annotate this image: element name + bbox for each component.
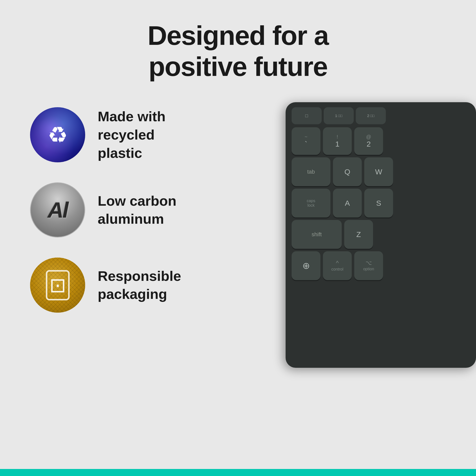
- features-panel: ♻ Made with recycled plastic Al Low carb…: [15, 97, 190, 313]
- key-2-top: @: [366, 134, 371, 139]
- feature-recycled-plastic: ♻ Made with recycled plastic: [30, 107, 190, 162]
- key-z: Z: [344, 220, 373, 249]
- packaging-label-line1: Responsible: [98, 268, 181, 284]
- low-carbon-label-line2: aluminum: [98, 211, 164, 227]
- page-container: Designed for a positive future ♻ Made wi…: [0, 0, 476, 476]
- caps-row: capslock A S: [292, 189, 470, 217]
- recycled-plastic-icon: ♻: [30, 107, 85, 162]
- key-w: W: [364, 157, 393, 186]
- title-section: Designed for a positive future: [148, 0, 328, 97]
- fn-key-row: □ 1 □□ 2 □□: [291, 107, 471, 124]
- fn-key-1: 1 □□: [324, 107, 354, 124]
- number-row: ~ ` ! 1 @ 2: [292, 127, 470, 155]
- recycled-plastic-text: Made with recycled plastic: [98, 107, 190, 162]
- key-q-label: Q: [344, 168, 350, 176]
- packaging-label-line2: packaging: [98, 286, 167, 302]
- recycled-label-line1: Made with: [98, 108, 166, 124]
- key-backtick-main: `: [305, 140, 307, 148]
- aluminum-icon: Al: [30, 182, 85, 237]
- key-control-label: control: [331, 267, 343, 272]
- packaging-label: Responsible packaging: [98, 267, 190, 304]
- key-caps-label: capslock: [307, 199, 315, 207]
- key-tab-label: tab: [307, 169, 315, 175]
- key-s: S: [364, 189, 393, 217]
- title-line2: positive future: [149, 51, 327, 82]
- key-1: ! 1: [323, 127, 352, 155]
- packaging-icon: ⊡: [30, 258, 85, 313]
- key-w-label: W: [375, 168, 382, 176]
- key-s-label: S: [376, 199, 381, 207]
- key-a-label: A: [345, 199, 350, 207]
- key-backtick: ~ `: [292, 127, 320, 155]
- keyboard-section: □ 1 □□ 2 □□ ~: [190, 97, 461, 378]
- fn-key-desktop: □: [292, 107, 322, 124]
- low-carbon-label: Low carbon aluminum: [98, 192, 190, 228]
- key-capslock: capslock: [292, 189, 330, 217]
- fn-key-2: 2 □□: [356, 107, 386, 124]
- key-1-main: 1: [335, 140, 339, 148]
- key-option-label: option: [363, 267, 374, 271]
- recycled-label-line2: recycled plastic: [98, 127, 155, 161]
- recycle-symbol-icon: ♻: [48, 122, 68, 148]
- globe-icon: ⊕: [302, 261, 310, 271]
- control-caret: ^: [336, 260, 339, 266]
- keyboard-wrapper: □ 1 □□ 2 □□ ~: [271, 102, 461, 378]
- modifier-row: ⊕ ^ control ⌥ option: [292, 251, 470, 280]
- key-control: ^ control: [323, 251, 352, 280]
- fn-icon-2: 2 □□: [367, 114, 375, 118]
- keyboard-body: □ 1 □□ 2 □□ ~: [286, 102, 476, 368]
- key-z-label: Z: [356, 231, 361, 238]
- key-shift-label: shift: [312, 231, 322, 238]
- low-carbon-label-line1: Low carbon: [98, 193, 176, 209]
- packaging-text: Responsible packaging: [98, 267, 190, 304]
- bottom-teal-bar: [0, 469, 476, 476]
- key-rows: ~ ` ! 1 @ 2: [291, 127, 471, 280]
- shift-row: shift Z: [292, 220, 470, 249]
- key-q: Q: [333, 157, 362, 186]
- low-carbon-text: Low carbon aluminum: [98, 192, 190, 228]
- key-globe: ⊕: [292, 251, 320, 280]
- key-backtick-top: ~: [305, 134, 308, 139]
- recycled-plastic-label: Made with recycled plastic: [98, 107, 190, 162]
- key-2-main: 2: [367, 140, 371, 148]
- feature-low-carbon: Al Low carbon aluminum: [30, 182, 190, 237]
- fn-icon-desktop: □: [305, 113, 308, 118]
- key-shift: shift: [292, 220, 342, 249]
- feature-packaging: ⊡ Responsible packaging: [30, 258, 190, 313]
- main-title: Designed for a positive future: [148, 20, 328, 82]
- key-2: @ 2: [354, 127, 383, 155]
- key-option: ⌥ option: [354, 251, 383, 280]
- content-row: ♻ Made with recycled plastic Al Low carb…: [0, 97, 476, 476]
- key-a: A: [333, 189, 362, 217]
- aluminum-text-icon: Al: [48, 197, 68, 223]
- key-1-top: !: [337, 134, 338, 139]
- key-tab: tab: [292, 157, 330, 186]
- packaging-symbol-icon: ⊡: [46, 270, 70, 300]
- option-symbol: ⌥: [366, 260, 372, 266]
- fn-icon-1: 1 □□: [335, 114, 342, 118]
- tab-row: tab Q W: [292, 157, 470, 186]
- title-line1: Designed for a: [148, 20, 328, 51]
